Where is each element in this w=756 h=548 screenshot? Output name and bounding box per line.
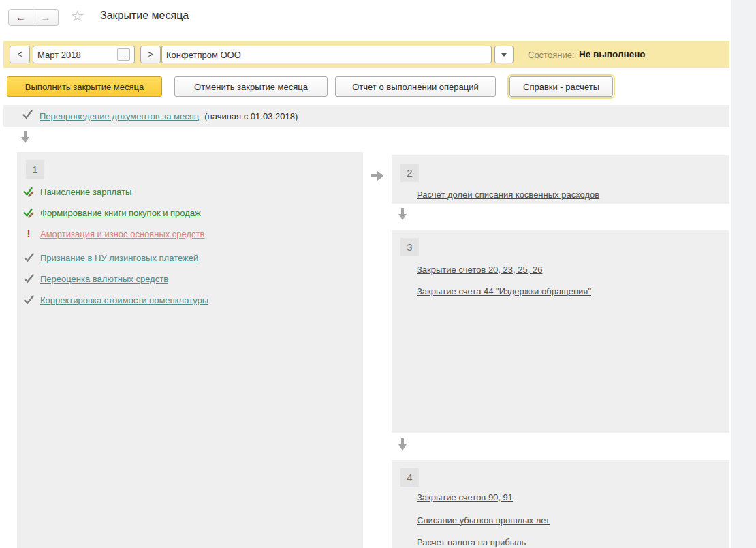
arrow-down-icon [398, 208, 407, 220]
organization-dropdown-button[interactable] [494, 46, 514, 63]
operation-row: Начисление зарплаты [22, 185, 131, 198]
check-icon [22, 110, 33, 122]
group-1-block: 1 Начисление зарплаты Формирование книги… [17, 152, 363, 548]
check-pencil-icon [22, 208, 35, 218]
operation-row: Расчет долей списания косвенных расходов [417, 187, 599, 201]
error-exclamation-icon: ! [22, 229, 35, 239]
arrow-down-icon [20, 131, 30, 143]
operation-row: Расчет налога на прибыль [417, 535, 526, 548]
check-icon [22, 295, 35, 305]
back-button[interactable]: ← [8, 9, 33, 26]
check-icon [22, 274, 35, 284]
operation-link[interactable]: Признание в НУ лизинговых платежей [40, 253, 198, 263]
operation-row: Формирование книги покупок и продаж [22, 206, 201, 219]
operation-row: Закрытие счетов 20, 23, 25, 26 [417, 262, 542, 276]
operation-link[interactable]: Закрытие счетов 20, 23, 25, 26 [417, 264, 542, 275]
operation-link[interactable]: Начисление зарплаты [40, 187, 131, 197]
operation-link[interactable]: Формирование книги покупок и продаж [40, 208, 201, 218]
reposting-row: Перепроведение документов за месяц (начи… [3, 105, 729, 127]
cancel-closing-button[interactable]: Отменить закрытие месяца [174, 76, 328, 97]
group-4-block: 4 Закрытие счетов 90, 91 Списание убытко… [392, 460, 729, 548]
operation-row: ! Амортизация и износ основных средств [22, 227, 204, 241]
previous-month-button[interactable]: < [10, 46, 30, 63]
chevron-down-icon [501, 53, 507, 57]
operation-link[interactable]: Расчет долей списания косвенных расходов [417, 189, 599, 200]
window-right-strip [731, 0, 756, 548]
group-3-block: 3 Закрытие счетов 20, 23, 25, 26 Закрыти… [392, 230, 729, 433]
check-icon [22, 253, 35, 262]
period-choose-button[interactable]: ... [117, 48, 130, 61]
operation-row: Списание убытков прошлых лет [417, 513, 550, 527]
forward-button[interactable]: → [33, 9, 59, 26]
organization-field[interactable]: Конфетпром ООО [161, 46, 492, 63]
status-value: Не выполнено [579, 49, 646, 59]
operation-row: Переоценка валютных средств [22, 272, 168, 286]
operation-link[interactable]: Расчет налога на прибыль [417, 537, 526, 547]
references-calculations-button[interactable]: Справки - расчеты [509, 76, 613, 97]
operation-link[interactable]: Закрытие счетов 90, 91 [417, 492, 513, 502]
group-4-number: 4 [400, 468, 419, 487]
next-month-button[interactable]: > [140, 46, 161, 63]
reposting-note: (начиная с 01.03.2018) [204, 111, 298, 121]
arrow-down-icon [398, 438, 407, 451]
operation-row: Корректировка стоимости номенклатуры [22, 293, 208, 307]
operation-link[interactable]: Переоценка валютных средств [40, 274, 168, 284]
organization-value: Конфетпром ООО [166, 50, 241, 60]
execute-closing-button[interactable]: Выполнить закрытие месяца [7, 76, 162, 97]
operation-row: Закрытие счета 44 "Издержки обращения" [417, 284, 591, 298]
operation-link[interactable]: Списание убытков прошлых лет [417, 515, 550, 526]
group-1-number: 1 [26, 160, 44, 179]
group-2-block: 2 Расчет долей списания косвенных расход… [392, 155, 729, 204]
period-bar: < Март 2018 ... > Конфетпром ООО Состоян… [3, 41, 729, 68]
group-2-number: 2 [400, 164, 419, 182]
operation-link[interactable]: Амортизация и износ основных средств [40, 229, 204, 239]
arrow-right-icon [371, 171, 383, 181]
favorite-star-icon[interactable]: ☆ [71, 7, 84, 25]
operation-link[interactable]: Закрытие счета 44 "Издержки обращения" [417, 286, 591, 296]
period-field[interactable]: Март 2018 ... [33, 46, 135, 63]
page-title: Закрытие месяца [100, 10, 189, 22]
history-nav: ← → [8, 9, 59, 26]
check-pencil-icon [22, 187, 35, 197]
period-value: Март 2018 [37, 50, 117, 60]
group-3-number: 3 [400, 238, 419, 256]
operations-report-button[interactable]: Отчет о выполнении операций [335, 76, 496, 97]
operation-row: Закрытие счетов 90, 91 [417, 490, 513, 504]
month-closing-window: ← → ☆ Закрытие месяца < Март 2018 ... > … [0, 0, 756, 548]
reposting-link[interactable]: Перепроведение документов за месяц [40, 111, 199, 121]
operation-row: Признание в НУ лизинговых платежей [22, 251, 198, 264]
operation-link[interactable]: Корректировка стоимости номенклатуры [40, 295, 208, 305]
status-label: Состояние: [528, 50, 574, 60]
